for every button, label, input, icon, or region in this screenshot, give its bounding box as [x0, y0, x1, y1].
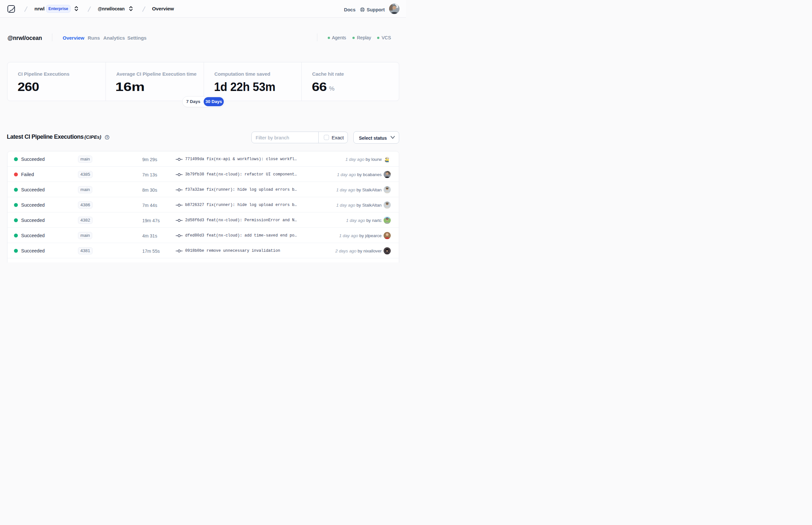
svg-text:?: ? [106, 135, 108, 139]
